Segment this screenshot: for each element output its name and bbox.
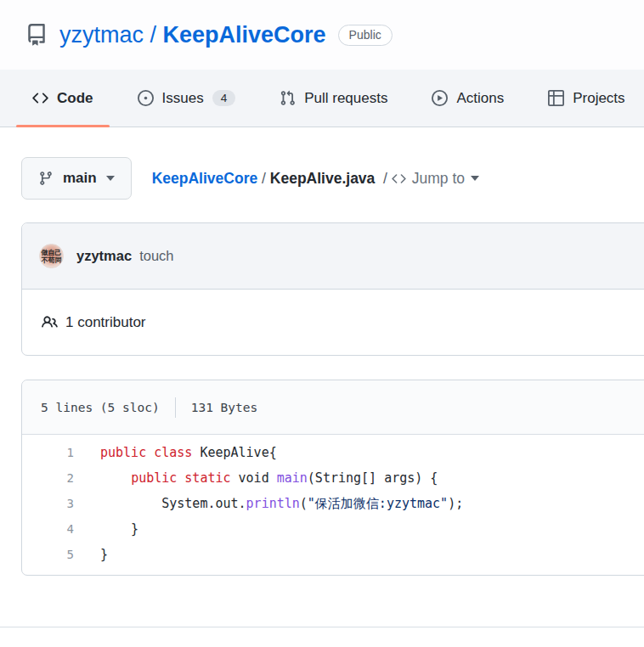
file-nav-row: main KeepAliveCore / KeepAlive.java / Ju… xyxy=(21,157,644,200)
code-line: 4 } xyxy=(22,516,644,542)
avatar-text: 做自己 xyxy=(42,249,62,256)
repo-name-link[interactable]: KeepAliveCore xyxy=(163,22,326,48)
git-pull-request-icon xyxy=(280,90,296,106)
code-line: 2 public static void main(String[] args)… xyxy=(22,465,644,491)
issues-count-badge: 4 xyxy=(212,90,236,106)
line-number[interactable]: 5 xyxy=(22,542,74,567)
divider xyxy=(175,397,176,418)
repo-header: yzytmac / KeepAliveCore Public xyxy=(0,0,644,70)
code-icon xyxy=(32,90,48,106)
repo-content: main KeepAliveCore / KeepAlive.java / Ju… xyxy=(0,157,644,576)
branch-name: main xyxy=(63,170,97,187)
footer-divider xyxy=(0,627,644,627)
repo-title: yzytmac / KeepAliveCore xyxy=(59,22,326,48)
commit-message-link[interactable]: touch xyxy=(139,248,173,264)
tab-pull-requests[interactable]: Pull requests xyxy=(258,70,409,127)
tab-label: Projects xyxy=(573,90,624,107)
line-number[interactable]: 4 xyxy=(22,516,74,542)
issue-opened-icon xyxy=(138,90,154,106)
repo-icon xyxy=(25,24,48,46)
file-blob-box: 5 lines (5 sloc) 131 Bytes 1public class… xyxy=(21,380,644,576)
file-size-info: 131 Bytes xyxy=(191,401,258,414)
branch-selector-button[interactable]: main xyxy=(21,157,132,200)
contributors-link[interactable]: 1 contributor xyxy=(42,314,146,331)
tab-projects[interactable]: Projects xyxy=(527,70,644,127)
latest-commit-header: 做自己 不苟同 yzytmac touch xyxy=(22,223,644,290)
line-number[interactable]: 3 xyxy=(22,491,74,516)
code-line: 1public class KeepAlive{ xyxy=(22,440,644,465)
tab-label: Actions xyxy=(456,90,504,107)
code-line-content: } xyxy=(74,542,108,567)
code-line: 3 System.out.println("保活加微信:yzytmac"); xyxy=(22,491,644,516)
breadcrumb-separator: / xyxy=(375,170,391,188)
project-table-icon xyxy=(548,90,564,106)
contributors-label: 1 contributor xyxy=(65,314,146,331)
contributors-row: 1 contributor xyxy=(22,290,644,355)
code-line-content: } xyxy=(74,516,138,542)
line-number[interactable]: 1 xyxy=(22,440,74,465)
breadcrumb-separator: / xyxy=(257,170,270,188)
play-circle-icon xyxy=(432,90,448,106)
breadcrumb: KeepAliveCore / KeepAlive.java / Jump to xyxy=(152,170,479,188)
commit-author-link[interactable]: yzytmac xyxy=(76,248,132,264)
chevron-down-icon xyxy=(106,176,115,181)
repo-tab-nav: Code Issues 4 Pull requests Actions Proj… xyxy=(0,70,644,127)
code-line: 5} xyxy=(22,542,644,567)
tab-actions[interactable]: Actions xyxy=(410,70,525,127)
tab-label: Pull requests xyxy=(304,90,387,107)
tab-label: Issues xyxy=(162,90,204,107)
repo-title-separator: / xyxy=(144,22,163,48)
code-line-content: System.out.println("保活加微信:yzytmac"); xyxy=(74,491,463,516)
tab-label: Code xyxy=(57,90,93,107)
repo-owner-link[interactable]: yzytmac xyxy=(59,22,144,48)
tab-issues[interactable]: Issues 4 xyxy=(116,70,257,127)
latest-commit-box: 做自己 不苟同 yzytmac touch 1 contributor xyxy=(21,222,644,356)
breadcrumb-file-name: KeepAlive.java xyxy=(270,170,376,188)
code-line-content: public class KeepAlive{ xyxy=(74,440,277,465)
breadcrumb-repo-link[interactable]: KeepAliveCore xyxy=(152,170,258,188)
avatar-text: 不苟同 xyxy=(42,256,62,264)
line-number[interactable]: 2 xyxy=(22,465,74,491)
file-blob-header: 5 lines (5 sloc) 131 Bytes xyxy=(22,380,644,435)
avatar[interactable]: 做自己 不苟同 xyxy=(39,244,64,268)
code-icon xyxy=(392,172,406,186)
code-line-content: public static void main(String[] args) { xyxy=(74,465,438,491)
code-viewer: 1public class KeepAlive{2 public static … xyxy=(22,435,644,575)
chevron-down-icon xyxy=(471,176,479,181)
jump-to-label: Jump to xyxy=(412,170,465,188)
file-lines-info: 5 lines (5 sloc) xyxy=(41,401,160,414)
visibility-badge: Public xyxy=(338,25,393,46)
tab-code[interactable]: Code xyxy=(11,70,115,127)
people-icon xyxy=(42,314,58,330)
jump-to-dropdown[interactable]: Jump to xyxy=(392,170,479,188)
git-branch-icon xyxy=(38,171,54,186)
